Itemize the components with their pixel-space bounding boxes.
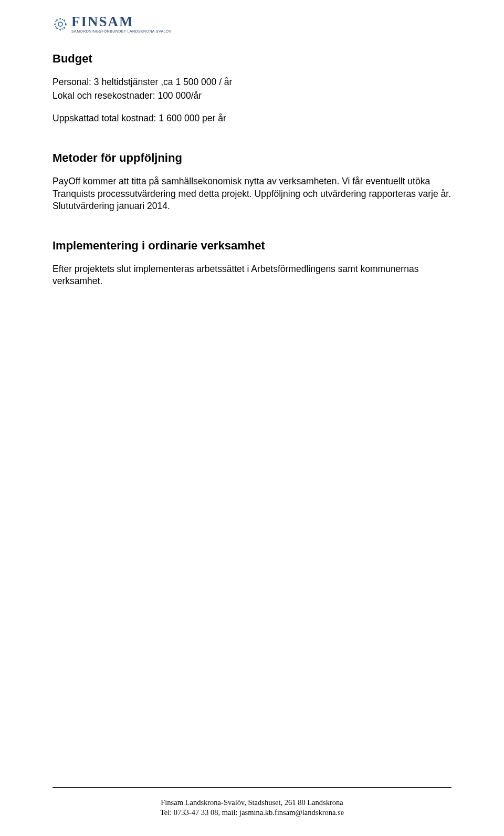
footer-address: Finsam Landskrona-Svalöv, Stadshuset, 26…: [0, 798, 504, 807]
footer-divider: [52, 787, 452, 788]
gear-icon: [52, 16, 68, 32]
logo: FINSAM SAMORDNINGSFÖRBUNDET LANDSKRONA S…: [52, 15, 452, 33]
budget-personal: Personal: 3 heltidstjänster ,ca 1 500 00…: [52, 76, 452, 89]
budget-lokal: Lokal och resekostnader: 100 000/år: [52, 90, 452, 102]
logo-subtitle: SAMORDNINGSFÖRBUNDET LANDSKRONA SVALÖV: [71, 29, 172, 33]
svg-point-0: [58, 22, 62, 26]
budget-total: Uppskattad total kostnad: 1 600 000 per …: [52, 112, 452, 125]
heading-implementation: Implementering i ordinarie verksamhet: [52, 239, 452, 253]
methods-paragraph: PayOff kommer att titta på samhällsekono…: [52, 175, 452, 213]
heading-budget: Budget: [52, 52, 452, 66]
logo-text: FINSAM SAMORDNINGSFÖRBUNDET LANDSKRONA S…: [71, 15, 172, 33]
heading-methods: Metoder för uppföljning: [52, 151, 452, 165]
document-page: FINSAM SAMORDNINGSFÖRBUNDET LANDSKRONA S…: [0, 0, 504, 836]
logo-name: FINSAM: [71, 15, 172, 29]
page-footer: Finsam Landskrona-Svalöv, Stadshuset, 26…: [0, 787, 504, 818]
footer-contact: Tel: 0733-47 33 08, mail: jasmina.kb.fin…: [0, 808, 504, 817]
implementation-paragraph: Efter projektets slut implementeras arbe…: [52, 263, 452, 288]
